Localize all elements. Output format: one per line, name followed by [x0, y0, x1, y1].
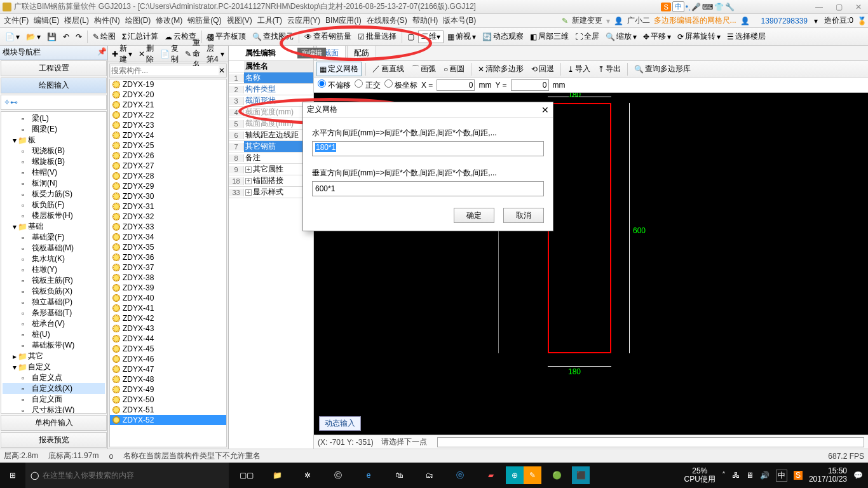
- tree-node[interactable]: ▫楼层板带(H): [3, 210, 105, 221]
- tree-node[interactable]: ▫筏板负筋(X): [3, 286, 105, 297]
- nav-draw-input[interactable]: 绘图输入: [1, 78, 107, 93]
- tree-node[interactable]: ▫独立基础(P): [3, 297, 105, 308]
- menu-floor[interactable]: 楼层(L): [62, 14, 92, 27]
- dynamic-view-button[interactable]: 🔄 动态观察: [480, 30, 526, 43]
- tree-node[interactable]: ▫条形基础(T): [3, 308, 105, 318]
- open-file-button[interactable]: 📂▾: [24, 31, 43, 43]
- menu-file[interactable]: 文件(F): [1, 14, 31, 27]
- app-folder[interactable]: 🗂: [414, 463, 445, 488]
- tray-up-icon[interactable]: ˄: [722, 471, 726, 480]
- list-item[interactable]: ZDYX-29: [110, 181, 226, 191]
- list-item[interactable]: ZDYX-49: [110, 384, 226, 395]
- rotate-button[interactable]: ⟳ 屏幕旋转 ▾: [675, 30, 723, 43]
- import-button[interactable]: ⤓导入: [565, 62, 593, 76]
- modal-ok-button[interactable]: 确定: [454, 208, 494, 223]
- export-button[interactable]: ⤒导出: [595, 62, 623, 76]
- tray-notifications-icon[interactable]: 💬: [853, 471, 863, 480]
- property-row[interactable]: 4截面宽度(mm): [229, 107, 313, 118]
- batch-select-button[interactable]: ☑ 批量选择: [355, 30, 399, 43]
- maximize-button[interactable]: ▢: [832, 3, 846, 11]
- tree-node[interactable]: ▫板负筋(F): [3, 200, 105, 210]
- tree-node[interactable]: ▫柱墩(Y): [3, 264, 105, 275]
- list-item[interactable]: ZDYX-19: [110, 79, 226, 90]
- tree-node[interactable]: ▫螺旋板(B): [3, 156, 105, 167]
- complist-copy[interactable]: 📄复制: [158, 42, 181, 66]
- tree-node[interactable]: ▫桩承台(V): [3, 318, 105, 329]
- tree-node[interactable]: ▸ 📁其它: [3, 351, 105, 362]
- app-edge[interactable]: e: [353, 463, 384, 488]
- nav-single-input[interactable]: 单构件输入: [1, 415, 107, 431]
- wrench-icon[interactable]: 🔧: [725, 3, 735, 11]
- list-item[interactable]: ZDYX-46: [110, 354, 226, 364]
- property-row[interactable]: 9+其它属性: [229, 164, 313, 175]
- app-fan[interactable]: ✲: [292, 463, 323, 488]
- new-change-button[interactable]: 新建变更: [572, 15, 602, 26]
- property-row[interactable]: 33+显示样式: [229, 187, 313, 198]
- tree-node[interactable]: ▫圈梁(E): [3, 124, 105, 135]
- list-item[interactable]: ZDYX-30: [110, 191, 226, 201]
- taskbar-search[interactable]: ◯: [25, 463, 229, 488]
- list-item[interactable]: ZDYX-36: [110, 252, 226, 262]
- y-input[interactable]: [511, 79, 549, 91]
- list-item[interactable]: ZDYX-31: [110, 201, 226, 212]
- menu-cloud[interactable]: 云应用(Y): [285, 14, 323, 27]
- taskbar-search-input[interactable]: [43, 471, 224, 480]
- ime-s-icon[interactable]: S: [661, 3, 670, 11]
- app-teal[interactable]: ⊕: [506, 466, 524, 484]
- search-input[interactable]: [111, 66, 219, 75]
- nav-project-settings[interactable]: 工程设置: [1, 60, 107, 76]
- pan-button[interactable]: ✥ 平移 ▾: [641, 30, 674, 43]
- list-item[interactable]: ZDYX-42: [110, 313, 226, 323]
- redo-button[interactable]: ↷: [73, 31, 85, 43]
- list-item[interactable]: ZDYX-33: [110, 222, 226, 232]
- clear-poly-button[interactable]: ✕清除多边形: [475, 62, 526, 76]
- list-item[interactable]: ZDYX-44: [110, 334, 226, 344]
- fullscreen-button[interactable]: ⛶ 全屏: [573, 30, 602, 43]
- tree-node[interactable]: ▾ 📁板: [3, 135, 105, 146]
- undo-poly-button[interactable]: ⟲回退: [529, 62, 557, 76]
- menu-tools[interactable]: 工具(T): [255, 14, 285, 27]
- list-item[interactable]: ZDYX-23: [110, 120, 226, 130]
- tree-node[interactable]: ▫现浇板(B): [3, 146, 105, 156]
- list-item[interactable]: ZDYX-25: [110, 140, 226, 151]
- list-item[interactable]: ZDYX-48: [110, 374, 226, 384]
- property-row[interactable]: 7其它钢筋: [229, 141, 313, 152]
- local-3d-button[interactable]: ◧ 局部三维: [527, 30, 571, 43]
- tree-node[interactable]: ▫自定义线(X): [3, 383, 105, 394]
- list-item[interactable]: ZDYX-50: [110, 395, 226, 405]
- shirt-icon[interactable]: 👕: [714, 3, 724, 11]
- misc1-button[interactable]: ▢: [405, 31, 417, 43]
- floor-select-button[interactable]: ☰ 选择楼层: [724, 30, 768, 43]
- menu-version[interactable]: 版本号(B): [440, 14, 478, 27]
- menu-draw[interactable]: 绘图(D): [123, 14, 154, 27]
- list-item[interactable]: ZDYX-21: [110, 100, 226, 110]
- list-item[interactable]: ZDYX-41: [110, 303, 226, 313]
- tree-node[interactable]: ▾ 📁基础: [3, 221, 105, 232]
- radio-noffset[interactable]: 不偏移: [318, 79, 351, 91]
- tree-node[interactable]: ▫柱帽(V): [3, 167, 105, 178]
- app-chrome[interactable]: 🟢: [541, 463, 572, 488]
- task-view-button[interactable]: ▢▢: [231, 463, 262, 488]
- property-row[interactable]: 8备注: [229, 152, 313, 164]
- app-store[interactable]: 🛍: [384, 463, 414, 488]
- menu-edit[interactable]: 编辑(E): [31, 14, 62, 27]
- list-item[interactable]: ZDYX-20: [110, 90, 226, 100]
- tree-node[interactable]: ▫筏板主筋(R): [3, 275, 105, 286]
- complist-new[interactable]: ✚新建▾: [109, 42, 135, 66]
- list-item[interactable]: ZDYX-28: [110, 171, 226, 181]
- keyboard-icon[interactable]: ⌨: [702, 3, 713, 11]
- tree-node[interactable]: ▫桩(U): [3, 329, 105, 340]
- app-ie[interactable]: ⓔ: [445, 463, 475, 488]
- list-item[interactable]: ZDYX-27: [110, 161, 226, 171]
- radio-polar[interactable]: 极坐标: [384, 79, 417, 91]
- menu-component[interactable]: 构件(N): [92, 14, 123, 27]
- complist-delete[interactable]: ✕删除: [136, 42, 156, 66]
- list-item[interactable]: ZDYX-34: [110, 232, 226, 242]
- nav-report-preview[interactable]: 报表预览: [1, 432, 107, 448]
- tree-node[interactable]: ▫自定义面: [3, 394, 105, 405]
- list-item[interactable]: ZDYX-37: [110, 262, 226, 273]
- list-item[interactable]: ZDYX-43: [110, 323, 226, 334]
- view-2d-dropdown[interactable]: 二维 ▾: [418, 30, 444, 43]
- define-grid-button[interactable]: ▦ 定义网格: [316, 62, 362, 76]
- dynamic-input-button[interactable]: 动态输入: [319, 416, 361, 431]
